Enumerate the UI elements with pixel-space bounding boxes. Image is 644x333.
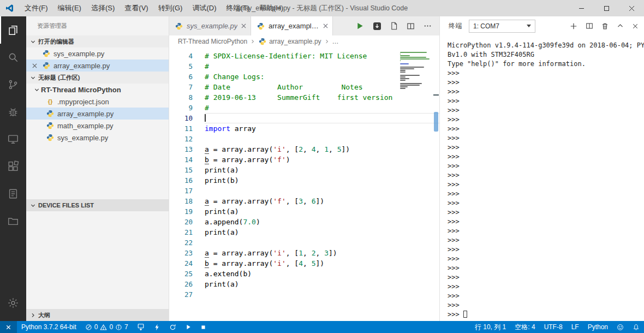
activity-source-control[interactable]	[0, 71, 26, 98]
close-icon[interactable]	[29, 63, 39, 68]
close-window-button[interactable]	[619, 0, 644, 16]
code-line[interactable]: 18a = array.array('f', [3, 6])	[169, 196, 439, 206]
minimap[interactable]	[400, 52, 431, 91]
line-number[interactable]: 25	[169, 269, 205, 279]
line-number[interactable]: 17	[169, 186, 205, 196]
indentation-status[interactable]: 空格: 4	[510, 321, 539, 333]
code-line[interactable]: 23a = array.array('i', [1, 2, 3])	[169, 248, 439, 258]
line-number[interactable]: 23	[169, 248, 205, 258]
line-number[interactable]: 21	[169, 227, 205, 237]
activity-device-manager[interactable]	[0, 126, 26, 153]
tree-item[interactable]: sys_example.py	[26, 132, 169, 144]
code-line[interactable]: 19print(a)	[169, 206, 439, 217]
line-number[interactable]: 26	[169, 279, 205, 289]
download-to-board-button[interactable]	[133, 321, 149, 333]
code-line[interactable]: 24b = array.array('i', [4, 5])	[169, 258, 439, 269]
open-editor-item[interactable]: sys_example.py	[26, 47, 169, 60]
line-number[interactable]: 10	[169, 113, 205, 123]
split-terminal-button[interactable]	[586, 22, 593, 29]
breadcrumb-item[interactable]: RT-Thread MicroPython	[178, 38, 247, 45]
tab-sys_example.py[interactable]: sys_example.py	[169, 16, 251, 35]
code-line[interactable]: 7# Date Author Notes	[169, 82, 439, 92]
new-terminal-button[interactable]	[570, 22, 577, 30]
maximize-button[interactable]	[594, 0, 619, 16]
line-number[interactable]: 4	[169, 51, 205, 61]
code-line[interactable]: 9#	[169, 103, 439, 113]
activity-explorer[interactable]	[0, 16, 26, 44]
line-number[interactable]: 22	[169, 237, 205, 248]
code-line[interactable]: 14b = array.array('f')	[169, 154, 439, 165]
download-to-device-button[interactable]	[373, 22, 381, 31]
more-actions-button[interactable]	[424, 22, 432, 30]
line-number[interactable]: 19	[169, 206, 205, 217]
line-number[interactable]: 5	[169, 61, 205, 72]
scrollbar-handle[interactable]	[434, 112, 438, 132]
activity-extensions[interactable]	[0, 153, 26, 180]
notifications-button[interactable]	[628, 321, 644, 333]
encoding-status[interactable]: UTF-8	[540, 321, 567, 333]
line-number[interactable]: 11	[169, 123, 205, 134]
editor-scrollbar[interactable]	[432, 47, 439, 321]
breadcrumb-item[interactable]: …	[332, 38, 339, 45]
stop-button[interactable]	[196, 321, 211, 333]
code-line[interactable]: 21print(a)	[169, 227, 439, 237]
flash-firmware-button[interactable]	[149, 321, 165, 333]
code-line[interactable]: 12	[169, 134, 439, 144]
section-workspace[interactable]: 无标题 (工作区)	[26, 72, 169, 84]
code-line[interactable]: 10	[169, 113, 439, 123]
line-number[interactable]: 14	[169, 154, 205, 165]
menu-item[interactable]: 调试(D)	[187, 0, 221, 16]
line-number[interactable]: 27	[169, 289, 205, 300]
terminal-output[interactable]: MicroPython v1.9.4-114-g309fe39d on 2018…	[440, 35, 644, 321]
code-line[interactable]: 17	[169, 186, 439, 196]
tree-item[interactable]: array_example.py	[26, 108, 169, 120]
code-line[interactable]: 8# 2019-06-13 SummerGift first version	[169, 92, 439, 103]
line-number[interactable]: 12	[169, 134, 205, 144]
activity-search[interactable]	[0, 44, 26, 71]
maximize-panel-button[interactable]	[617, 22, 624, 29]
split-editor-button[interactable]	[407, 22, 415, 30]
line-number[interactable]: 7	[169, 82, 205, 92]
minimize-button[interactable]	[569, 0, 594, 16]
section-open-editors[interactable]: 打开的编辑器	[26, 35, 169, 47]
code-line[interactable]: 5#	[169, 61, 439, 72]
code-line[interactable]: 25a.extend(b)	[169, 269, 439, 279]
line-number[interactable]: 18	[169, 196, 205, 206]
menu-item[interactable]: 转到(G)	[153, 0, 188, 16]
code-line[interactable]: 16print(b)	[169, 175, 439, 186]
run-on-device-button[interactable]	[181, 321, 196, 333]
folder-rt-thread-micropython[interactable]: RT-Thread MicroPython	[26, 84, 169, 96]
code-line[interactable]: 11import array	[169, 123, 439, 134]
code-line[interactable]: 4# SPDX-License-Identifier: MIT License	[169, 51, 439, 61]
line-number[interactable]: 8	[169, 92, 205, 103]
code-line[interactable]: 26print(a)	[169, 279, 439, 289]
line-number[interactable]: 9	[169, 103, 205, 113]
menu-item[interactable]: 查看(V)	[120, 0, 153, 16]
code-line[interactable]: 6# Change Logs:	[169, 72, 439, 82]
tab-array_example.py[interactable]: array_example.py	[251, 16, 333, 35]
kill-terminal-button[interactable]	[601, 22, 609, 30]
open-editor-item[interactable]: array_example.py	[26, 60, 169, 72]
menu-item[interactable]: 选择(S)	[86, 0, 120, 16]
menu-item[interactable]: 文件(F)	[20, 0, 53, 16]
activity-project-folders[interactable]	[0, 207, 26, 235]
feedback-button[interactable]	[612, 321, 628, 333]
tree-item[interactable]: {}.mpyproject.json	[26, 96, 169, 108]
line-number[interactable]: 15	[169, 165, 205, 175]
close-icon[interactable]	[241, 23, 246, 28]
code-editor[interactable]: 4# SPDX-License-Identifier: MIT License5…	[169, 47, 439, 321]
code-line[interactable]: 22	[169, 237, 439, 248]
terminal-select[interactable]: 1: COM7	[469, 20, 535, 33]
settings-button[interactable]	[0, 289, 26, 317]
language-mode-status[interactable]: Python	[583, 321, 612, 333]
eol-status[interactable]: LF	[567, 321, 583, 333]
close-panel-button[interactable]	[632, 23, 639, 29]
close-icon[interactable]	[323, 23, 328, 28]
python-interpreter-status[interactable]: Python 3.7.2 64-bit	[17, 321, 81, 333]
line-number[interactable]: 20	[169, 217, 205, 227]
code-line[interactable]: 20a.append(7.0)	[169, 217, 439, 227]
section-outline[interactable]: 大纲	[26, 309, 169, 321]
code-line[interactable]: 15print(a)	[169, 165, 439, 175]
code-line[interactable]: 27	[169, 289, 439, 300]
open-preview-button[interactable]	[390, 22, 398, 30]
